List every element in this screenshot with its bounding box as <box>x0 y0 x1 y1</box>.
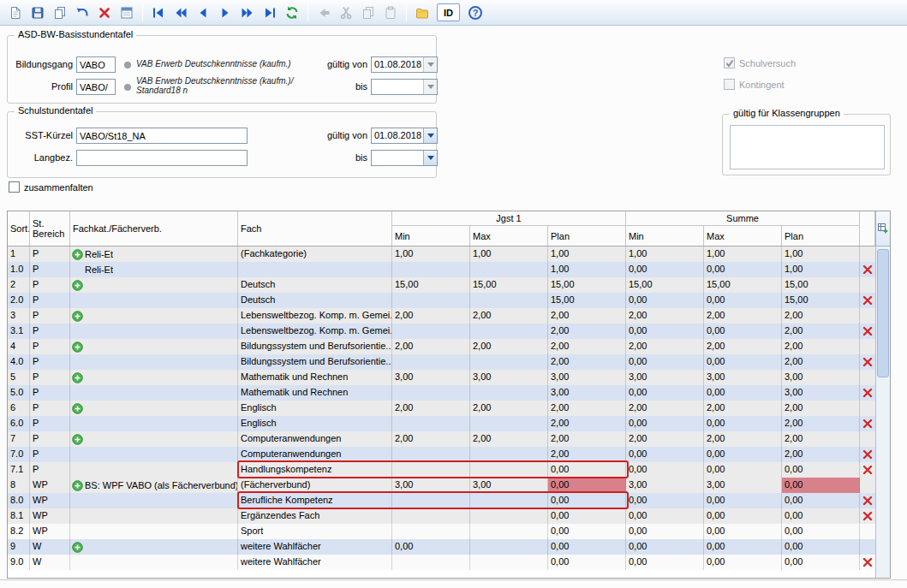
cell-jgst-plan[interactable]: 15,00 <box>548 277 626 293</box>
cell-fach[interactable]: Deutsch <box>238 293 392 308</box>
cell-summe-plan[interactable]: 1,00 <box>782 262 860 277</box>
cell-summe-plan[interactable]: 0,00 <box>782 478 860 493</box>
cell-jgst-max[interactable] <box>470 555 548 570</box>
cell-jgst-min[interactable]: 15,00 <box>392 277 470 293</box>
gueltig-von-combo[interactable]: 01.08.2018 <box>371 56 438 73</box>
cell-action[interactable] <box>860 324 875 339</box>
cell-jgst-max[interactable] <box>470 385 548 401</box>
bis-combo[interactable] <box>371 79 438 95</box>
cell-summe-plan[interactable]: 2,00 <box>782 354 860 370</box>
cell-summe-plan[interactable]: 0,00 <box>782 539 860 555</box>
table-config-button[interactable] <box>875 211 890 246</box>
cell-jgst-max[interactable]: 3,00 <box>470 478 548 493</box>
refresh-button[interactable] <box>282 3 302 23</box>
cell-sort[interactable]: 5 <box>8 370 30 385</box>
cell-sort[interactable]: 8.0 <box>8 493 30 508</box>
cell-summe-plan[interactable]: 2,00 <box>782 401 860 416</box>
nav-last-button[interactable] <box>260 3 280 23</box>
cell-jgst-plan[interactable]: 0,00 <box>548 539 626 555</box>
cell-fach[interactable]: Mathematik und Rechnen <box>238 370 392 385</box>
cell-jgst-plan[interactable]: 3,00 <box>548 385 626 401</box>
cell-fach[interactable]: Lebensweltbezog. Komp. m. Gemei... <box>238 324 392 339</box>
delete-row-icon[interactable] <box>862 388 873 398</box>
table-row-6[interactable]: 6PEnglisch2,002,002,002,002,002,00 <box>8 401 875 416</box>
cell-jgst-max[interactable]: 2,00 <box>470 431 548 447</box>
cell-fach[interactable]: (Fächerverbund) <box>238 478 392 493</box>
sst-bis-combo[interactable] <box>371 150 438 166</box>
table-row-5[interactable]: 5PMathematik und Rechnen3,003,003,003,00… <box>8 370 875 385</box>
cell-bereich[interactable]: P <box>30 431 70 447</box>
sst-gueltig-von-combo[interactable]: 01.08.2018 <box>371 128 438 144</box>
cell-summe-max[interactable]: 15,00 <box>704 277 782 293</box>
cell-summe-max[interactable]: 0,00 <box>704 493 782 508</box>
cell-fachkat[interactable]: Reli-Et <box>70 262 238 277</box>
delete-row-icon[interactable] <box>862 419 873 429</box>
cell-bereich[interactable]: P <box>30 401 70 416</box>
cell-jgst-plan[interactable]: 0,00 <box>548 555 626 570</box>
cell-jgst-plan[interactable]: 2,00 <box>548 401 626 416</box>
cell-jgst-plan[interactable]: 2,00 <box>548 308 626 324</box>
delete-row-icon[interactable] <box>862 326 873 336</box>
cell-summe-max[interactable]: 0,00 <box>704 416 782 431</box>
cell-jgst-plan[interactable]: 0,00 <box>548 478 626 493</box>
cell-fachkat[interactable] <box>70 308 238 324</box>
cell-jgst-min[interactable]: 3,00 <box>392 370 470 385</box>
nav-next-button[interactable] <box>215 3 236 23</box>
cell-action[interactable] <box>860 555 875 570</box>
cell-summe-max[interactable]: 0,00 <box>704 447 782 462</box>
cell-action[interactable] <box>860 493 875 508</box>
cell-sort[interactable]: 8.1 <box>8 508 30 524</box>
cell-summe-plan[interactable]: 2,00 <box>782 416 860 431</box>
cell-jgst-max[interactable] <box>470 508 548 524</box>
kontingent-checkbox[interactable]: Kontingent <box>724 79 785 90</box>
cell-bereich[interactable]: WP <box>30 508 70 524</box>
cell-summe-min[interactable]: 0,00 <box>626 324 704 339</box>
cell-bereich[interactable]: P <box>30 385 70 401</box>
cell-jgst-plan[interactable]: 0,00 <box>548 524 626 539</box>
cell-sort[interactable]: 1 <box>8 246 30 262</box>
cell-bereich[interactable]: WP <box>30 478 70 493</box>
cell-sort[interactable]: 9.0 <box>8 555 30 570</box>
cell-summe-plan[interactable]: 0,00 <box>782 555 860 570</box>
cell-sort[interactable]: 3 <box>8 308 30 324</box>
add-row-icon[interactable] <box>72 480 83 491</box>
cell-action[interactable] <box>860 385 875 401</box>
cell-jgst-max[interactable]: 2,00 <box>470 308 548 324</box>
table-row-9[interactable]: 9Wweitere Wahlfächer0,000,000,000,000,00 <box>8 539 875 555</box>
cell-jgst-min[interactable] <box>392 354 470 370</box>
cell-action[interactable] <box>860 462 875 478</box>
cell-fach[interactable]: Handlungskompetenz <box>238 462 392 478</box>
table-row-3.1[interactable]: 3.1PLebensweltbezog. Komp. m. Gemei...2,… <box>8 324 875 339</box>
cell-fach[interactable]: Mathematik und Rechnen <box>238 385 392 401</box>
cell-fach[interactable] <box>238 262 392 277</box>
id-button[interactable]: ID <box>437 3 460 21</box>
cell-sort[interactable]: 5.0 <box>8 385 30 401</box>
cell-summe-max[interactable]: 0,00 <box>704 293 782 308</box>
cell-jgst-max[interactable] <box>470 462 548 478</box>
delete-row-icon[interactable] <box>862 449 873 460</box>
cell-sort[interactable]: 6.0 <box>8 416 30 431</box>
cell-fach[interactable]: Computeranwendungen <box>238 431 392 447</box>
copy-button[interactable] <box>358 3 379 23</box>
cell-jgst-min[interactable] <box>392 324 470 339</box>
cell-fachkat[interactable] <box>70 431 238 447</box>
nav-first-button[interactable] <box>148 3 169 23</box>
cell-summe-max[interactable]: 0,00 <box>704 262 782 277</box>
cell-jgst-min[interactable] <box>392 385 470 401</box>
cell-jgst-max[interactable] <box>470 539 548 555</box>
cell-fachkat[interactable] <box>70 447 238 462</box>
cell-fach[interactable]: Computeranwendungen <box>238 447 392 462</box>
cell-bereich[interactable]: P <box>30 246 70 262</box>
cell-summe-plan[interactable]: 2,00 <box>782 324 860 339</box>
cell-summe-min[interactable]: 0,00 <box>626 354 704 370</box>
scrollbar-thumb[interactable] <box>877 249 889 377</box>
cell-summe-plan[interactable]: 0,00 <box>782 508 860 524</box>
back-button[interactable] <box>313 3 334 23</box>
cell-bereich[interactable]: WP <box>30 493 70 508</box>
cell-summe-min[interactable]: 0,00 <box>626 447 704 462</box>
cell-jgst-plan[interactable]: 3,00 <box>548 370 626 385</box>
add-row-icon[interactable] <box>72 249 83 260</box>
table-row-5.0[interactable]: 5.0PMathematik und Rechnen3,000,000,003,… <box>8 385 875 401</box>
cell-fachkat[interactable] <box>70 493 238 508</box>
delete-record-button[interactable] <box>94 3 115 23</box>
